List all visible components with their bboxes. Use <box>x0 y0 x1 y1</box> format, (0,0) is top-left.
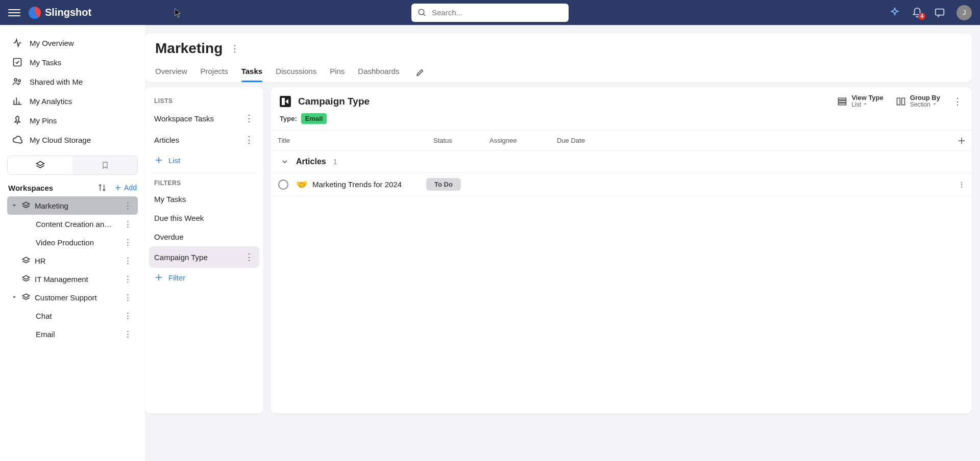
comments-button[interactable] <box>934 7 945 18</box>
tasks-panel-menu[interactable]: ⋮ <box>952 96 963 107</box>
menu-button[interactable] <box>8 7 20 19</box>
page-header-card: Marketing ⋮ Overview Projects Tasks Disc… <box>145 33 972 82</box>
row-menu[interactable]: ⋮ <box>122 329 134 339</box>
row-menu[interactable]: ⋮ <box>244 134 254 145</box>
nav-label: My Tasks <box>30 58 61 67</box>
col-due[interactable]: Due Date <box>550 131 620 150</box>
layers-icon <box>21 256 31 265</box>
workspace-chat[interactable]: Chat ⋮ <box>7 306 138 325</box>
search-input[interactable] <box>432 8 562 17</box>
row-menu[interactable]: ⋮ <box>122 238 134 247</box>
task-row-menu[interactable]: ⋮ <box>951 181 972 189</box>
group-name: Articles <box>296 157 326 166</box>
tab-discussions[interactable]: Discussions <box>276 63 316 82</box>
type-label: Type: <box>280 115 297 122</box>
tree-label: Customer Support <box>35 293 118 302</box>
item-label: My Tasks <box>154 195 186 203</box>
group-row-articles[interactable]: Articles 1 <box>271 151 972 173</box>
add-workspace-button[interactable]: Add <box>114 184 137 192</box>
row-menu[interactable]: ⋮ <box>122 256 134 265</box>
lists-heading: LISTS <box>149 94 259 108</box>
filter-my-tasks[interactable]: My Tasks <box>149 190 259 209</box>
tabs: Overview Projects Tasks Discussions Pins… <box>155 63 962 82</box>
brand-logo-icon <box>29 7 41 19</box>
sort-icon[interactable] <box>97 183 107 192</box>
nav-my-overview[interactable]: My Overview <box>7 33 138 53</box>
nav-label: My Pins <box>30 116 57 125</box>
type-chip[interactable]: Email <box>301 113 327 124</box>
nav-shared[interactable]: Shared with Me <box>7 72 138 91</box>
row-menu[interactable]: ⋮ <box>122 293 134 302</box>
avatar[interactable]: J <box>957 5 972 20</box>
tree-label: HR <box>35 257 118 265</box>
search-box[interactable] <box>411 4 569 22</box>
layers-icon <box>21 201 31 210</box>
workspace-video-production[interactable]: Video Production ⋮ <box>7 233 138 251</box>
collapse-panel-button[interactable] <box>280 96 291 107</box>
nav-analytics[interactable]: My Analytics <box>7 91 138 111</box>
row-menu[interactable]: ⋮ <box>122 311 134 320</box>
filter-due-week[interactable]: Due this Week <box>149 209 259 227</box>
tab-tasks[interactable]: Tasks <box>241 63 262 82</box>
tree-label: Chat <box>36 312 118 320</box>
task-row[interactable]: 🤝 Marketing Trends for 2024 To Do ⋮ <box>271 173 972 196</box>
add-list-button[interactable]: List <box>149 150 259 170</box>
list-workspace-tasks[interactable]: Workspace Tasks ⋮ <box>149 108 259 129</box>
workspace-it[interactable]: IT Management ⋮ <box>7 270 138 288</box>
group-count: 1 <box>333 158 337 166</box>
svg-rect-3 <box>14 59 21 66</box>
nav-cloud[interactable]: My Cloud Storage <box>7 130 138 149</box>
item-label: Due this Week <box>154 214 204 222</box>
task-complete-checkbox[interactable] <box>271 180 296 190</box>
layers-icon <box>35 160 45 170</box>
toggle-bookmarks[interactable] <box>72 156 137 174</box>
view-type-selector[interactable]: View Type List <box>837 94 883 108</box>
column-headers: Title Status Assignee Due Date <box>271 130 972 151</box>
brand[interactable]: Slingshot <box>29 7 91 19</box>
nav-label: My Analytics <box>30 97 72 106</box>
status-badge[interactable]: To Do <box>426 178 461 191</box>
vc-value: List <box>851 101 861 108</box>
ai-sparkle-icon[interactable] <box>889 7 900 18</box>
workspace-customer-support[interactable]: Customer Support ⋮ <box>7 288 138 306</box>
row-menu[interactable]: ⋮ <box>122 201 134 210</box>
item-label: Campaign Type <box>154 253 208 262</box>
workspace-marketing[interactable]: Marketing ⋮ <box>7 196 138 215</box>
col-title[interactable]: Title <box>271 131 426 150</box>
nav-my-tasks[interactable]: My Tasks <box>7 53 138 72</box>
notifications-button[interactable]: 4 <box>912 7 923 18</box>
add-filter-button[interactable]: Filter <box>149 268 259 287</box>
toggle-workspaces[interactable] <box>8 156 72 174</box>
filter-campaign-type[interactable]: Campaign Type ⋮ <box>149 246 259 268</box>
plus-icon <box>154 273 163 282</box>
checkbox-icon <box>12 57 22 67</box>
filter-chip-row: Type: Email <box>271 111 972 130</box>
row-menu[interactable]: ⋮ <box>244 113 254 124</box>
tree-label: IT Management <box>35 275 118 284</box>
tree-label: Content Creation an… <box>36 220 118 228</box>
list-articles[interactable]: Articles ⋮ <box>149 129 259 150</box>
row-menu[interactable]: ⋮ <box>244 251 254 263</box>
tab-dashboards[interactable]: Dashboards <box>358 63 399 82</box>
caret-down-icon <box>11 202 17 209</box>
tab-projects[interactable]: Projects <box>201 63 228 82</box>
row-menu[interactable]: ⋮ <box>122 274 134 284</box>
workspace-hr[interactable]: HR ⋮ <box>7 251 138 270</box>
filter-overdue[interactable]: Overdue <box>149 227 259 246</box>
workspace-content-creation[interactable]: Content Creation an… ⋮ <box>7 215 138 233</box>
col-status[interactable]: Status <box>426 131 482 150</box>
tab-overview[interactable]: Overview <box>155 63 187 82</box>
page-menu[interactable]: ⋮ <box>230 43 240 54</box>
nav-pins[interactable]: My Pins <box>7 111 138 130</box>
svg-line-1 <box>423 14 425 16</box>
tab-pins[interactable]: Pins <box>330 63 345 82</box>
add-column-button[interactable] <box>951 131 972 150</box>
edit-tabs-button[interactable] <box>415 63 425 82</box>
col-assignee[interactable]: Assignee <box>482 131 550 150</box>
sidebar: My Overview My Tasks Shared with Me My A… <box>0 25 145 461</box>
divider <box>151 173 257 173</box>
pin-icon <box>12 115 22 125</box>
workspace-email[interactable]: Email ⋮ <box>7 325 138 343</box>
group-by-selector[interactable]: Group By Section <box>896 94 940 108</box>
row-menu[interactable]: ⋮ <box>122 219 134 228</box>
